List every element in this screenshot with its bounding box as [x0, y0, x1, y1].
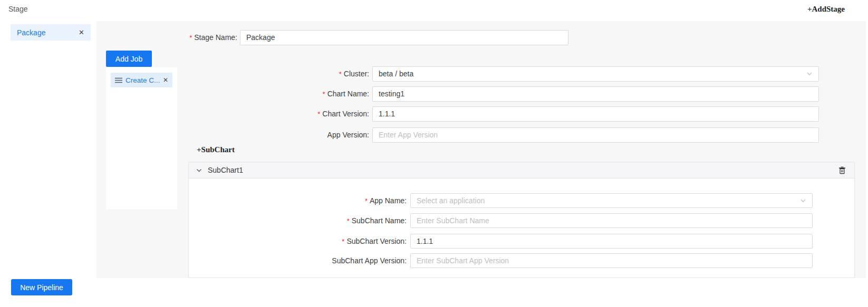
- app-version-field-row: App Version:: [97, 127, 819, 143]
- add-job-button[interactable]: Add Job: [106, 51, 152, 67]
- required-marker: *: [347, 217, 350, 225]
- stage-name-label: *Stage Name:: [97, 33, 237, 42]
- subchart-app-version-input[interactable]: [410, 253, 813, 268]
- subchart-version-label: *SubChart Version:: [189, 237, 407, 245]
- cluster-field-row: *Cluster: beta / beta: [97, 66, 819, 82]
- required-marker: *: [317, 110, 320, 118]
- subchart-title: SubChart1: [208, 166, 837, 174]
- chevron-down-icon[interactable]: [196, 167, 202, 173]
- subchart-panel: SubChart1 *App Name:: [188, 162, 855, 278]
- subchart-name-input[interactable]: [410, 213, 813, 228]
- subchart-version-input[interactable]: [410, 234, 813, 249]
- chart-version-label: *Chart Version:: [97, 110, 369, 118]
- chart-version-field-row: *Chart Version:: [97, 106, 819, 122]
- required-marker: *: [323, 90, 325, 98]
- add-stage-button[interactable]: +AddStage: [807, 5, 845, 14]
- close-stage-icon[interactable]: ✕: [79, 29, 84, 36]
- subchart-version-field-row: *SubChart Version:: [189, 233, 813, 249]
- chart-name-label: *Chart Name:: [97, 90, 369, 98]
- app-name-select[interactable]: Select an application: [410, 193, 813, 208]
- app-version-label: App Version:: [97, 131, 369, 139]
- chevron-down-icon: [800, 197, 806, 204]
- app-version-input[interactable]: [372, 127, 819, 143]
- subchart-panel-header[interactable]: SubChart1: [189, 162, 854, 179]
- chevron-down-icon: [806, 71, 813, 77]
- chart-version-input[interactable]: [372, 106, 819, 122]
- stage-name-field-row: *Stage Name:: [97, 29, 568, 45]
- subchart-name-field-row: *SubChart Name:: [189, 213, 813, 229]
- chart-name-input[interactable]: [372, 86, 819, 102]
- app-name-field-row: *App Name: Select an application: [189, 193, 813, 209]
- stage-section-title: Stage: [8, 5, 28, 13]
- required-marker: *: [339, 70, 342, 78]
- add-subchart-button[interactable]: +SubChart: [197, 145, 235, 154]
- app-name-select-placeholder: Select an application: [417, 196, 485, 205]
- stage-tab-package[interactable]: Package ✕: [11, 24, 91, 41]
- cluster-select-value: beta / beta: [379, 70, 413, 78]
- required-marker: *: [189, 34, 192, 42]
- app-name-label: *App Name:: [189, 196, 407, 205]
- new-pipeline-button[interactable]: New Pipeline: [11, 279, 72, 295]
- required-marker: *: [365, 197, 368, 205]
- chart-name-field-row: *Chart Name:: [97, 86, 819, 102]
- subchart-app-version-field-row: SubChart App Version:: [189, 253, 813, 269]
- pipeline-stage-editor: Stage +AddStage Package ✕ *Stage Name: A…: [0, 0, 868, 307]
- trash-icon: [838, 166, 846, 174]
- cluster-select[interactable]: beta / beta: [372, 66, 819, 82]
- cluster-label: *Cluster:: [97, 70, 369, 78]
- stage-tab-label: Package: [17, 28, 45, 37]
- required-marker: *: [342, 237, 344, 245]
- stage-name-input[interactable]: [240, 30, 568, 45]
- delete-subchart-button[interactable]: [837, 165, 847, 175]
- stage-panel: *Stage Name: Add Job Create C... ✕ *Clus…: [97, 21, 866, 278]
- subchart-name-label: *SubChart Name:: [189, 216, 407, 225]
- subchart-app-version-label: SubChart App Version:: [189, 256, 407, 265]
